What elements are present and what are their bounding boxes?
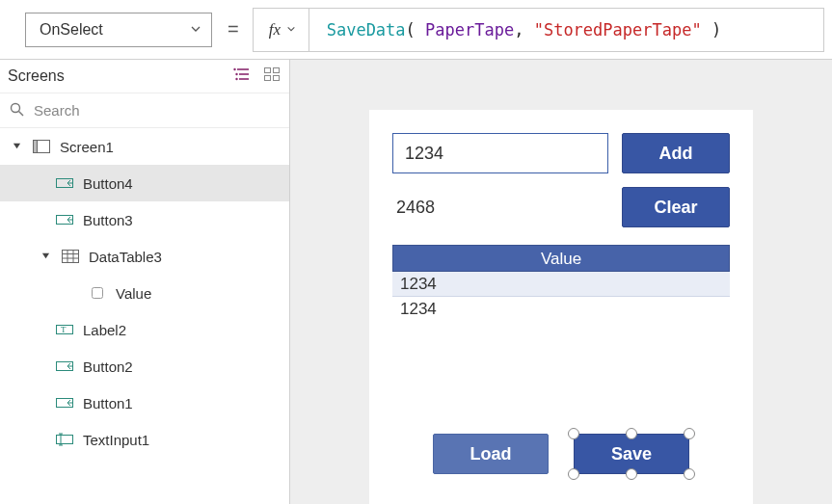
svg-line-11	[19, 111, 24, 116]
search-input[interactable]	[24, 102, 280, 119]
svg-point-10	[12, 103, 20, 112]
resize-handle-icon[interactable]	[568, 468, 579, 480]
svg-rect-26	[57, 436, 73, 444]
svg-rect-16	[63, 251, 79, 263]
tree-item-textinput1[interactable]: TextInput1	[0, 421, 289, 458]
resize-handle-icon[interactable]	[626, 428, 637, 439]
button-icon	[56, 213, 73, 226]
label-icon: T	[56, 323, 73, 336]
tree-item-datatable3[interactable]: DataTable3	[0, 238, 289, 275]
tree-panel: Screens	[0, 60, 290, 504]
formula-bar-row: OnSelect = fx SaveData( PaperTape, "Stor…	[0, 0, 832, 60]
tree-item-button4[interactable]: Button4	[0, 165, 289, 201]
svg-rect-21	[93, 288, 103, 299]
svg-rect-8	[265, 76, 271, 81]
datatable-icon	[62, 250, 79, 263]
tree-title: Screens	[8, 67, 233, 85]
svg-rect-13	[34, 141, 38, 153]
number-input[interactable]: 1234	[392, 133, 608, 173]
equals-label: =	[228, 18, 239, 40]
canvas[interactable]: 1234 Add 2468 Clear Value 1234 1234	[290, 60, 832, 504]
chevron-down-icon	[286, 24, 296, 36]
tree: Screen1 Button4 Button3	[0, 128, 289, 504]
svg-rect-7	[274, 68, 280, 73]
table-header-value: Value	[392, 245, 730, 272]
property-selector-label: OnSelect	[40, 21, 103, 39]
tree-item-button1[interactable]: Button1	[0, 385, 289, 421]
tree-item-screen1[interactable]: Screen1	[0, 128, 289, 165]
formula-bar[interactable]: fx SaveData( PaperTape, "StoredPaperTape…	[253, 8, 824, 52]
grid-view-icon[interactable]	[264, 67, 280, 85]
table-row[interactable]: 1234	[392, 272, 730, 297]
search-row	[0, 93, 289, 128]
button-icon	[56, 396, 73, 410]
resize-handle-icon[interactable]	[568, 428, 579, 439]
chevron-down-icon	[190, 21, 201, 39]
tree-item-button2[interactable]: Button2	[0, 348, 289, 385]
tree-item-value[interactable]: Value	[0, 275, 289, 311]
load-button[interactable]: Load	[433, 434, 549, 474]
result-label: 2468	[392, 198, 608, 218]
save-button-selection: Save	[574, 434, 689, 474]
resize-handle-icon[interactable]	[684, 428, 695, 439]
svg-rect-9	[274, 76, 280, 81]
data-table[interactable]: Value 1234 1234	[392, 245, 730, 322]
tree-header: Screens	[0, 60, 289, 93]
collapse-icon[interactable]	[10, 141, 23, 152]
tree-item-button3[interactable]: Button3	[0, 201, 289, 238]
formula-text[interactable]: SaveData( PaperTape, "StoredPaperTape" )	[309, 20, 721, 40]
button-icon	[56, 359, 73, 373]
app-screen: 1234 Add 2468 Clear Value 1234 1234	[369, 110, 753, 504]
svg-text:T: T	[61, 325, 67, 334]
table-row[interactable]: 1234	[392, 297, 730, 322]
screen-icon	[33, 140, 50, 153]
column-icon	[89, 286, 106, 300]
svg-point-5	[235, 78, 237, 80]
svg-point-4	[235, 73, 237, 75]
add-button[interactable]: Add	[622, 133, 730, 173]
resize-handle-icon[interactable]	[684, 468, 695, 480]
fx-label[interactable]: fx	[254, 9, 309, 51]
textinput-icon	[56, 433, 73, 446]
tree-item-label2[interactable]: T Label2	[0, 311, 289, 348]
clear-button[interactable]: Clear	[622, 187, 730, 227]
search-icon	[10, 102, 24, 119]
button-icon	[56, 176, 73, 190]
svg-rect-6	[265, 68, 271, 73]
property-selector[interactable]: OnSelect	[25, 13, 212, 47]
resize-handle-icon[interactable]	[626, 468, 637, 480]
list-view-icon[interactable]	[233, 67, 251, 85]
svg-point-3	[233, 68, 235, 70]
collapse-icon[interactable]	[39, 251, 52, 262]
